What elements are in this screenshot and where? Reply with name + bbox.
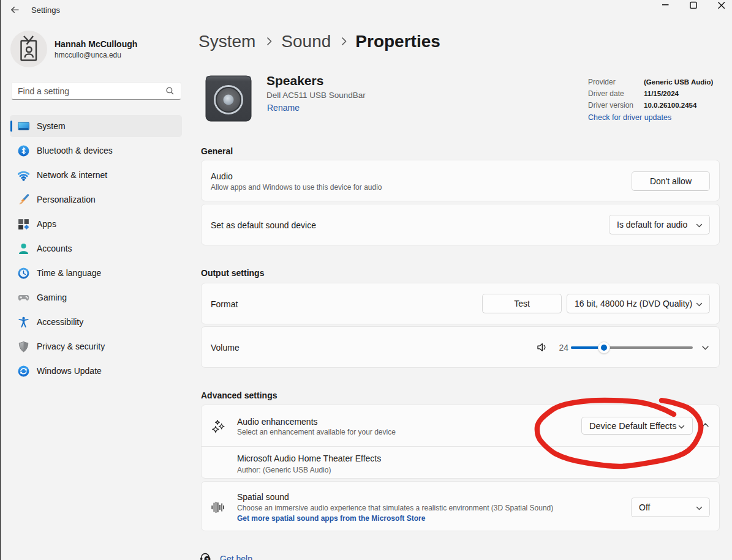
svg-text:?: ? (206, 557, 209, 560)
